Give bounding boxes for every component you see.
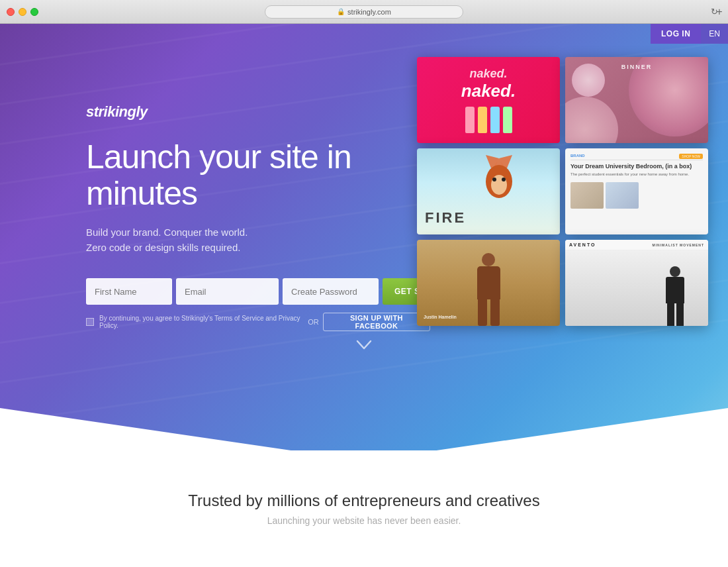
svg-marker-7 [0, 408, 728, 474]
maximize-button[interactable] [30, 8, 38, 16]
fashion2-brand: AVENTO [569, 242, 596, 247]
fox-svg [473, 152, 525, 205]
mockup-bedroom-title: Your Dream University Bedroom, (in a box… [570, 163, 703, 170]
email-input[interactable] [176, 278, 279, 305]
minimize-button[interactable] [19, 8, 26, 16]
mockup-fire: FIRE [417, 148, 560, 234]
traffic-lights [7, 8, 38, 16]
terms-text: By continuing, you agree to Strikingly's… [99, 315, 302, 329]
subtitle-line2: Zero code or design skills required. [86, 240, 430, 256]
login-button[interactable]: LOG IN [651, 24, 701, 44]
brand-logo: strikingly [86, 103, 430, 121]
mockup-fashion1: Justin Hamelin [417, 240, 560, 326]
or-divider: OR [308, 318, 319, 326]
firstname-input[interactable] [86, 278, 172, 305]
trust-subtitle: Launching your website has never been ea… [267, 515, 461, 526]
close-button[interactable] [7, 8, 15, 16]
fashion2-image [565, 250, 708, 326]
subtitle-line1: Build your brand. Conquer the world. [86, 225, 430, 240]
signup-form: GET STARTED. IT'S FREE! [86, 278, 430, 305]
mockup-bedroom-text: The perfect student essentials for your … [570, 172, 703, 177]
svg-point-5 [492, 178, 496, 181]
password-input[interactable] [283, 278, 379, 305]
hero-content: strikingly Launch your site in minutes B… [86, 103, 430, 331]
svg-point-6 [502, 178, 506, 181]
scroll-down-chevron[interactable] [356, 338, 372, 354]
hero-section: LOG IN EN strikingly Launch your site in… [0, 24, 728, 474]
mockup-flowers: BINNER [565, 57, 708, 143]
address-bar[interactable]: 🔒 strikingly.com [265, 5, 463, 19]
url-text: strikingly.com [347, 8, 391, 16]
mockup-bedroom-header: BRAND SHOP NOW [570, 154, 703, 160]
facebook-signup-button[interactable]: SIGN UP WITH FACEBOOK [323, 313, 430, 331]
mockup-fashion2-header: AVENTO MINIMALIST MOVEMENT [565, 240, 708, 250]
terms-checkbox[interactable] [86, 318, 94, 326]
new-tab-button[interactable]: + [715, 7, 724, 17]
mockup-fashion2-body [565, 250, 708, 326]
mockup-naked-popsicles [465, 107, 512, 133]
language-button[interactable]: EN [701, 24, 728, 44]
top-navigation: LOG IN EN [651, 24, 728, 44]
v-shape-separator [0, 408, 728, 474]
mockup-bedroom: BRAND SHOP NOW Your Dream University Bed… [565, 148, 708, 234]
browser-chrome: 🔒 strikingly.com ↻ + [0, 0, 728, 24]
mockup-naked: naked. naked. [417, 57, 560, 143]
mockup-grid: naked. naked. [417, 57, 708, 326]
trust-title: Trusted by millions of entrepreneurs and… [188, 491, 539, 510]
mockup-naked-title2: naked. [461, 81, 516, 101]
main-content: LOG IN EN strikingly Launch your site in… [0, 24, 728, 567]
terms-and-social: By continuing, you agree to Strikingly's… [86, 313, 430, 331]
mockup-bedroom-images [570, 182, 703, 209]
hero-subtitle: Build your brand. Conquer the world. Zer… [86, 225, 430, 255]
mockups-container: naked. naked. [417, 57, 708, 342]
mockup-fashion2: AVENTO MINIMALIST MOVEMENT [565, 240, 708, 326]
hero-title: Launch your site in minutes [86, 139, 430, 212]
fashion1-model [462, 253, 515, 326]
mockup-flowers-brand: BINNER [621, 64, 653, 70]
fashion2-model [655, 266, 695, 326]
fashion1-text: Justin Hamelin [424, 315, 457, 319]
lock-icon: 🔒 [337, 8, 345, 15]
mockup-naked-title1: naked. [469, 67, 507, 81]
terms-row: By continuing, you agree to Strikingly's… [86, 315, 302, 329]
mockup-fire-text: FIRE [425, 209, 466, 227]
